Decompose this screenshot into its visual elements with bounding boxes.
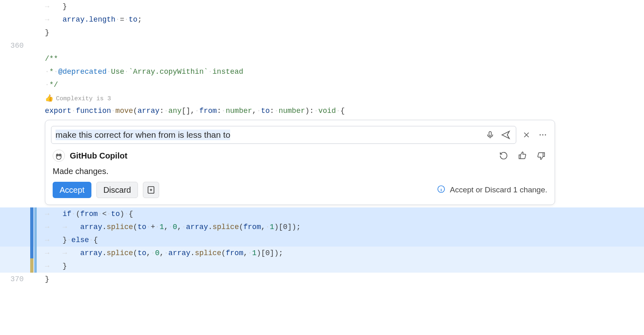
code-line[interactable]: → }·else·{ <box>0 234 644 247</box>
status-text: Accept or Discard 1 change. <box>450 185 547 194</box>
code-line[interactable]: → → array.splice(to,·0,·array.splice(fro… <box>0 247 644 260</box>
codelens[interactable]: 👍Complexity is 3 <box>0 91 644 104</box>
code-line[interactable]: } <box>0 26 644 39</box>
brace-close: } <box>45 29 49 37</box>
code-line[interactable]: → } <box>0 260 644 273</box>
brace-close: } <box>62 2 67 11</box>
regenerate-icon[interactable] <box>497 150 510 162</box>
info-icon <box>437 185 446 196</box>
accept-button[interactable]: Accept <box>53 182 91 198</box>
code-line[interactable]: ·*·@deprecated·Use·`Array.copyWithin`·in… <box>0 65 644 78</box>
code-line[interactable]: /** <box>0 52 644 65</box>
svg-point-3 <box>545 134 546 136</box>
svg-point-1 <box>540 134 541 136</box>
inline-chat-panel: make this correct for when from is less … <box>45 120 555 205</box>
discard-button[interactable]: Discard <box>96 182 138 198</box>
toggle-diff-button[interactable] <box>143 182 159 198</box>
code-line[interactable]: ·*/ <box>0 78 644 91</box>
mic-icon[interactable] <box>484 129 496 141</box>
line-number: 360 <box>0 42 29 50</box>
code-line[interactable]: 360 <box>0 39 644 52</box>
thumbs-down-icon[interactable] <box>535 150 547 162</box>
svg-point-2 <box>542 134 544 136</box>
code-line[interactable]: export·function·move(array:·any[],·from:… <box>0 104 644 117</box>
copilot-message: Made changes. <box>45 164 555 182</box>
prompt-input[interactable]: make this correct for when from is less … <box>51 126 516 144</box>
codelens-text: Complexity is 3 <box>56 95 111 102</box>
thumbs-up-icon[interactable] <box>516 150 529 162</box>
code-line[interactable]: → } <box>0 0 644 13</box>
code-line[interactable]: → array.length·=·to; <box>0 13 644 26</box>
copilot-avatar-icon <box>53 150 65 162</box>
svg-point-7 <box>60 155 60 155</box>
send-icon[interactable] <box>500 129 512 141</box>
close-icon[interactable] <box>520 129 533 141</box>
svg-point-6 <box>57 155 58 155</box>
code-line[interactable]: → if·(from·<·to)·{ <box>0 207 644 220</box>
thumbs-up-icon: 👍 <box>45 95 53 102</box>
code-line[interactable]: → → array.splice(to·+·1,·0,·array.splice… <box>0 220 644 234</box>
code-editor[interactable]: → } → array.length·=·to; } 360 /** ·*·@d… <box>0 0 644 286</box>
code-line[interactable]: 370 } <box>0 273 644 286</box>
copilot-name: GitHub Copilot <box>70 151 127 161</box>
svg-rect-0 <box>489 132 491 136</box>
diff-region[interactable]: → if·(from·<·to)·{ → → array.splice(to·+… <box>0 207 644 273</box>
more-icon[interactable] <box>537 129 549 141</box>
prompt-text: make this correct for when from is less … <box>56 130 230 140</box>
line-number: 370 <box>0 275 29 283</box>
